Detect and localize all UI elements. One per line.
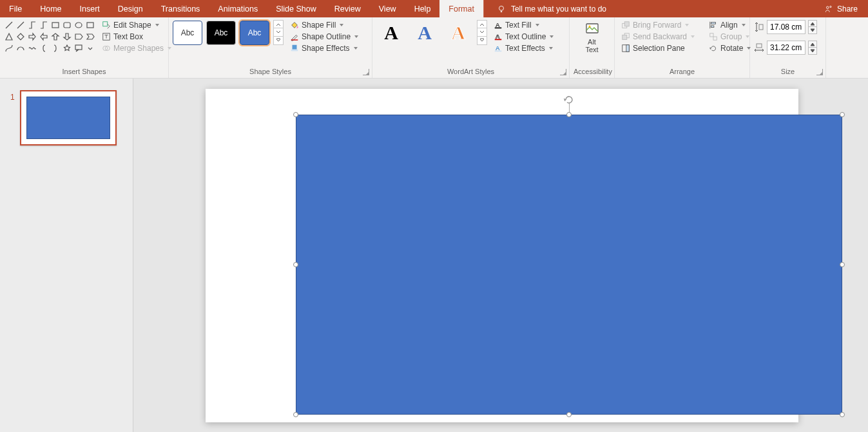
share-label: Share	[837, 5, 858, 14]
shape-wave-icon[interactable]	[27, 43, 37, 53]
wordart-launcher[interactable]	[560, 69, 566, 75]
wordart-swatch-2[interactable]: A	[410, 21, 439, 45]
resize-handle-b[interactable]	[566, 412, 572, 417]
tab-design[interactable]: Design	[109, 0, 152, 17]
shape-pentagon-icon[interactable]	[73, 32, 84, 42]
shape-fill-button[interactable]: Shape Fill	[287, 20, 361, 30]
lightbulb-icon	[497, 5, 506, 14]
shape-line2-icon[interactable]	[15, 20, 26, 30]
tab-animations[interactable]: Animations	[209, 0, 267, 17]
selection-pane-label: Selection Pane	[633, 44, 685, 53]
tab-view[interactable]: View	[370, 0, 405, 17]
tab-help[interactable]: Help	[405, 0, 440, 17]
align-icon	[709, 21, 718, 30]
shape-arrow-left-icon[interactable]	[39, 32, 49, 42]
tab-review[interactable]: Review	[325, 0, 370, 17]
share-button[interactable]: Share	[814, 0, 868, 17]
shape-connector-icon[interactable]	[27, 20, 37, 30]
style-swatch-3[interactable]: Abc	[240, 21, 269, 45]
height-input[interactable]	[767, 20, 805, 34]
shape-effects-label: Shape Effects	[302, 44, 350, 53]
shape-effects-button[interactable]: Shape Effects	[287, 43, 361, 53]
shape-chevron-icon[interactable]	[85, 32, 95, 42]
shape-callout-icon[interactable]	[73, 43, 84, 53]
tab-insert[interactable]: Insert	[71, 0, 109, 17]
width-input[interactable]	[767, 41, 805, 55]
shape-arc-icon[interactable]	[15, 43, 26, 53]
text-fill-button[interactable]: A Text Fill	[491, 20, 556, 30]
merge-shapes-icon	[102, 44, 111, 53]
slide-thumbnail-pane[interactable]: 1	[0, 79, 133, 432]
resize-handle-t[interactable]	[566, 112, 572, 117]
gallery-up-icon[interactable]	[273, 20, 284, 28]
svg-rect-7	[75, 45, 82, 50]
thumbnail-shape	[26, 97, 110, 139]
gallery-down-icon[interactable]	[273, 28, 284, 37]
shape-style-gallery[interactable]: Abc Abc Abc	[173, 20, 284, 45]
shape-star-icon[interactable]	[62, 43, 72, 53]
selection-pane-button[interactable]: Selection Pane	[619, 43, 702, 53]
size-launcher[interactable]	[816, 69, 823, 75]
shapes-gallery[interactable]	[4, 20, 95, 53]
wa-gallery-down-icon[interactable]	[477, 28, 487, 37]
shape-arrow-down-icon[interactable]	[62, 32, 72, 42]
bring-forward-icon	[621, 21, 630, 30]
tab-home[interactable]: Home	[31, 0, 70, 17]
slide[interactable]	[206, 89, 798, 422]
svg-rect-31	[710, 33, 713, 37]
gallery-more-icon[interactable]	[273, 37, 284, 45]
edit-shape-button[interactable]: Edit Shape	[99, 20, 174, 30]
shape-curve-icon[interactable]	[4, 43, 14, 53]
width-down-icon[interactable]	[808, 48, 817, 55]
text-outline-button[interactable]: A Text Outline	[491, 32, 556, 42]
wordart-swatch-1[interactable]: A	[376, 21, 406, 45]
shape-triangle-icon[interactable]	[4, 32, 14, 42]
slide-canvas-area[interactable]	[133, 79, 868, 432]
wordart-gallery[interactable]: A A A	[376, 20, 487, 45]
resize-handle-br[interactable]	[840, 412, 845, 417]
height-down-icon[interactable]	[808, 27, 817, 34]
group-label-accessibility: Accessibility	[574, 68, 610, 77]
resize-handle-l[interactable]	[293, 262, 298, 267]
shape-diamond-icon[interactable]	[15, 32, 26, 42]
send-backward-icon	[621, 32, 630, 41]
shape-more-icon[interactable]	[85, 43, 95, 53]
edit-shape-icon	[102, 21, 111, 30]
resize-handle-tl[interactable]	[293, 112, 298, 117]
shape-brace2-icon[interactable]	[50, 43, 61, 53]
selection-pane-icon	[621, 44, 630, 53]
shape-arrow-up-icon[interactable]	[50, 32, 61, 42]
tab-slideshow[interactable]: Slide Show	[267, 0, 325, 17]
slide-thumbnail-1[interactable]	[20, 90, 117, 146]
style-swatch-1[interactable]: Abc	[173, 21, 202, 45]
svg-text:A: A	[496, 21, 500, 28]
height-up-icon[interactable]	[808, 20, 817, 27]
wa-gallery-more-icon[interactable]	[477, 37, 487, 45]
shape-outline-button[interactable]: Shape Outline	[287, 32, 361, 42]
shape-line-icon[interactable]	[4, 20, 14, 30]
text-box-button[interactable]: Text Box	[99, 32, 174, 42]
selected-rectangle-shape[interactable]	[296, 115, 842, 415]
wa-gallery-up-icon[interactable]	[477, 20, 487, 28]
shape-styles-launcher[interactable]	[363, 69, 369, 75]
text-effects-button[interactable]: A Text Effects	[491, 43, 556, 53]
wordart-swatch-3[interactable]: A	[443, 21, 473, 45]
shape-rect-icon[interactable]	[50, 20, 61, 30]
shape-roundrect-icon[interactable]	[62, 20, 72, 30]
tab-file[interactable]: File	[0, 0, 31, 17]
alt-text-button[interactable]: Alt Text	[579, 20, 605, 55]
tab-format[interactable]: Format	[439, 0, 483, 17]
tab-transitions[interactable]: Transitions	[152, 0, 209, 17]
shape-brace-icon[interactable]	[39, 43, 49, 53]
shape-connector2-icon[interactable]	[39, 20, 49, 30]
shape-rect2-icon[interactable]	[85, 20, 95, 30]
resize-handle-bl[interactable]	[293, 412, 298, 417]
resize-handle-tr[interactable]	[840, 112, 845, 117]
style-swatch-2[interactable]: Abc	[206, 21, 236, 45]
tell-me-search[interactable]: Tell me what you want to do	[483, 0, 814, 17]
resize-handle-r[interactable]	[840, 262, 845, 267]
width-up-icon[interactable]	[808, 41, 817, 48]
shape-ellipse-icon[interactable]	[73, 20, 84, 30]
shape-arrow-right-icon[interactable]	[27, 32, 37, 42]
svg-rect-32	[713, 37, 717, 40]
